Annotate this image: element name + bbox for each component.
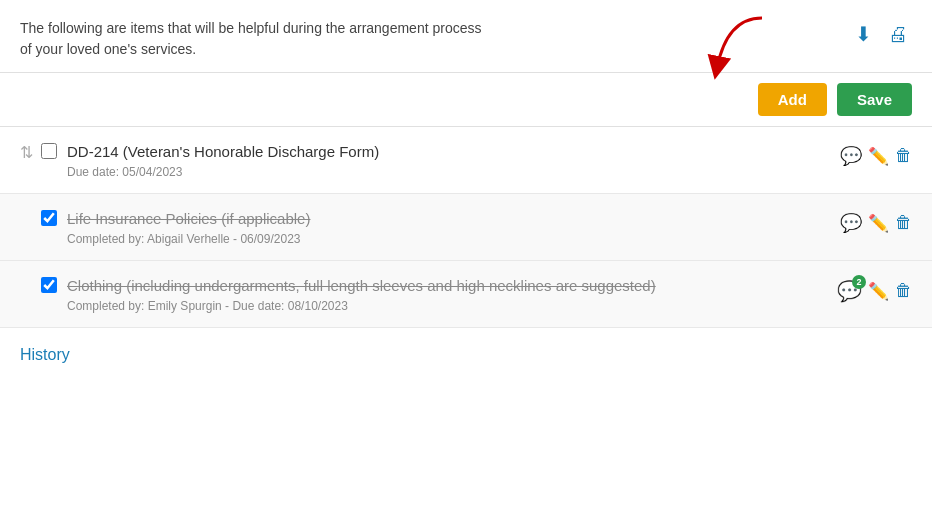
list-item: ⇅ Life Insurance Policies (if applicable… (0, 194, 932, 261)
comment-badge[interactable]: 💬 2 (837, 279, 862, 303)
list-item: ⇅ DD-214 (Veteran's Honorable Discharge … (0, 127, 932, 194)
header-text: The following are items that will be hel… (20, 18, 481, 60)
description-line1: The following are items that will be hel… (20, 20, 481, 36)
item-content: DD-214 (Veteran's Honorable Discharge Fo… (67, 141, 840, 179)
item-actions: 💬 2 ✏️ 🗑 (837, 279, 912, 303)
item-checkbox[interactable] (41, 210, 57, 226)
download-button[interactable]: ⬇ (851, 20, 876, 48)
item-actions: 💬 ✏️ 🗑 (840, 145, 912, 167)
print-button[interactable]: 🖨 (884, 21, 912, 48)
item-checkbox[interactable] (41, 143, 57, 159)
checkbox-area[interactable] (41, 277, 57, 297)
header-icons: ⬇ 🖨 (851, 20, 912, 48)
item-actions: 💬 ✏️ 🗑 (840, 212, 912, 234)
item-subtitle: Completed by: Emily Spurgin - Due date: … (67, 299, 837, 313)
description-line2: of your loved one's services. (20, 41, 196, 57)
item-subtitle: Due date: 05/04/2023 (67, 165, 840, 179)
drag-handle[interactable]: ⇅ (20, 143, 33, 162)
header-area: The following are items that will be hel… (0, 0, 932, 73)
comment-icon[interactable]: 💬 (840, 145, 862, 167)
print-icon: 🖨 (888, 23, 908, 45)
delete-icon[interactable]: 🗑 (895, 281, 912, 301)
comment-icon[interactable]: 💬 (840, 212, 862, 234)
delete-icon[interactable]: 🗑 (895, 213, 912, 233)
edit-icon[interactable]: ✏️ (868, 213, 889, 234)
edit-icon[interactable]: ✏️ (868, 146, 889, 167)
checkbox-area[interactable] (41, 210, 57, 230)
item-title: DD-214 (Veteran's Honorable Discharge Fo… (67, 141, 840, 162)
history-link[interactable]: History (20, 346, 70, 363)
save-button[interactable]: Save (837, 83, 912, 116)
item-title: Life Insurance Policies (if applicable) (67, 208, 840, 229)
add-button[interactable]: Add (758, 83, 827, 116)
history-section: History (0, 328, 932, 382)
badge-count: 2 (852, 275, 866, 289)
delete-icon[interactable]: 🗑 (895, 146, 912, 166)
item-content: Life Insurance Policies (if applicable) … (67, 208, 840, 246)
checkbox-area[interactable] (41, 143, 57, 163)
main-container: The following are items that will be hel… (0, 0, 932, 509)
item-subtitle: Completed by: Abigail Verhelle - 06/09/2… (67, 232, 840, 246)
toolbar: Add Save (0, 73, 932, 127)
edit-icon[interactable]: ✏️ (868, 281, 889, 302)
item-content: Clothing (including undergarments, full … (67, 275, 837, 313)
item-title: Clothing (including undergarments, full … (67, 275, 837, 296)
download-icon: ⬇ (855, 23, 872, 45)
list-item: ⇅ Clothing (including undergarments, ful… (0, 261, 932, 328)
item-checkbox[interactable] (41, 277, 57, 293)
